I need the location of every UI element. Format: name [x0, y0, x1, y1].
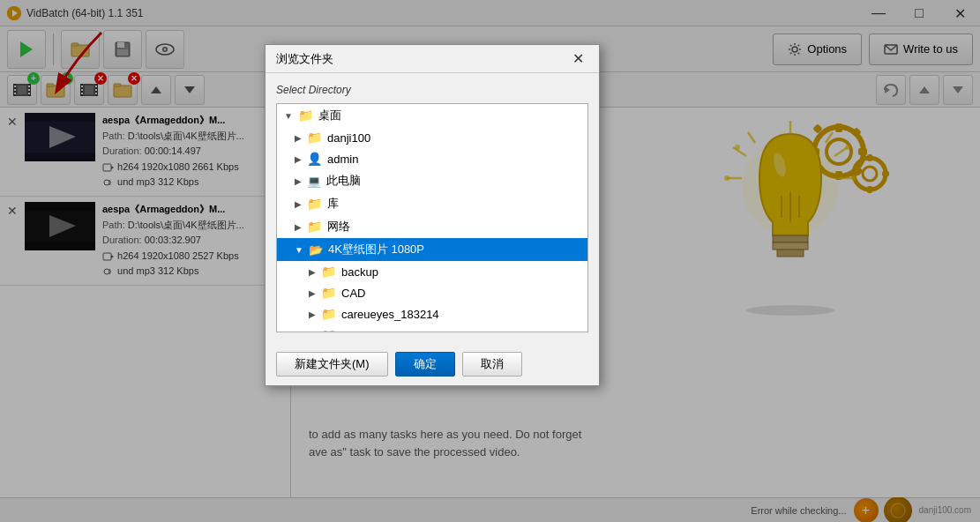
dir-item-fab[interactable]: ▶ 📁 fab — [277, 324, 587, 332]
folder-icon-desktop: 📁 — [298, 108, 313, 123]
new-folder-button[interactable]: 新建文件夹(M) — [276, 352, 388, 377]
folder-icon-admin: 👤 — [307, 152, 322, 166]
ok-button[interactable]: 确定 — [395, 352, 455, 377]
folder-icon-fab: 📁 — [321, 328, 336, 332]
expand-arrow-net: ▶ — [295, 222, 302, 232]
expand-arrow-admin: ▶ — [295, 154, 302, 164]
dialog-footer: 新建文件夹(M) 确定 取消 — [266, 343, 599, 385]
expand-arrow-cad: ▶ — [309, 288, 316, 298]
expand-arrow-backup: ▶ — [309, 267, 316, 277]
expand-arrow-care: ▶ — [309, 309, 316, 319]
dir-item-admin[interactable]: ▶ 👤 admin — [277, 148, 587, 169]
folder-icon-net: 📁 — [307, 220, 322, 234]
expand-arrow-fab: ▶ — [309, 331, 316, 333]
dir-item-careueyes[interactable]: ▶ 📁 careueyes_183214 — [277, 303, 587, 324]
dir-item-cad[interactable]: ▶ 📁 CAD — [277, 282, 587, 303]
cancel-button[interactable]: 取消 — [462, 352, 522, 377]
dialog-close-button[interactable]: ✕ — [567, 48, 588, 70]
dir-item-4k-wallpaper[interactable]: ▼ 📂 4K壁纸图片 1080P — [277, 238, 587, 261]
folder-icon-backup: 📁 — [321, 265, 336, 279]
browse-folder-dialog: 浏览文件夹 ✕ Select Directory ▼ 📁 桌面 ▶ 📁 danj… — [265, 44, 600, 386]
folder-icon-cad: 📁 — [321, 286, 336, 300]
dir-item-library[interactable]: ▶ 📁 库 — [277, 192, 587, 215]
folder-icon-4k: 📂 — [309, 243, 323, 257]
dir-item-this-pc[interactable]: ▶ 💻 此电脑 — [277, 169, 587, 192]
dialog-titlebar: 浏览文件夹 ✕ — [266, 45, 599, 73]
expand-arrow-lib: ▶ — [295, 199, 302, 209]
dir-item-desktop[interactable]: ▼ 📁 桌面 — [277, 104, 587, 127]
pc-icon: 💻 — [307, 175, 321, 188]
dialog-overlay: 浏览文件夹 ✕ Select Directory ▼ 📁 桌面 ▶ 📁 danj… — [0, 0, 980, 522]
expand-arrow-desktop: ▼ — [284, 111, 293, 121]
dir-item-network[interactable]: ▶ 📁 网络 — [277, 215, 587, 238]
dialog-title: 浏览文件夹 — [276, 51, 333, 67]
expand-arrow-4k: ▼ — [295, 245, 303, 255]
dialog-body: Select Directory ▼ 📁 桌面 ▶ 📁 danji100 ▶ — [266, 73, 599, 343]
directory-list[interactable]: ▼ 📁 桌面 ▶ 📁 danji100 ▶ 👤 admin — [276, 103, 588, 332]
expand-arrow-danji100: ▶ — [295, 133, 302, 143]
dir-item-backup[interactable]: ▶ 📁 backup — [277, 261, 587, 282]
folder-icon-lib: 📁 — [307, 197, 322, 211]
expand-arrow-pc: ▶ — [295, 176, 302, 186]
dir-item-danji100[interactable]: ▶ 📁 danji100 — [277, 127, 587, 148]
dialog-label: Select Directory — [276, 84, 588, 96]
folder-icon-care: 📁 — [321, 307, 336, 321]
folder-icon-danji100: 📁 — [307, 130, 322, 145]
